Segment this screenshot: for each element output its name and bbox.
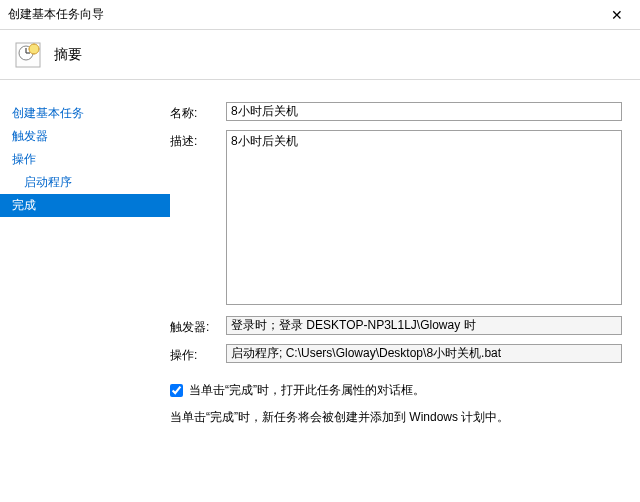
- sidebar-item-trigger[interactable]: 触发器: [0, 125, 170, 148]
- trigger-input: [226, 316, 622, 335]
- wizard-clock-icon: [14, 41, 42, 69]
- desc-input[interactable]: [226, 130, 622, 305]
- open-properties-checkbox[interactable]: [170, 384, 183, 397]
- desc-label: 描述:: [170, 130, 226, 308]
- sidebar-item-finish[interactable]: 完成: [0, 194, 170, 217]
- open-properties-row: 当单击“完成”时，打开此任务属性的对话框。: [170, 382, 622, 399]
- titlebar: 创建基本任务向导 ✕: [0, 0, 640, 30]
- wizard-body: 创建基本任务 触发器 操作 启动程序 完成 名称: 描述: 触发器: 操作:: [0, 80, 640, 502]
- row-action: 操作:: [170, 344, 622, 364]
- window-title: 创建基本任务向导: [8, 6, 594, 23]
- sidebar: 创建基本任务 触发器 操作 启动程序 完成: [0, 80, 170, 502]
- close-button[interactable]: ✕: [594, 0, 640, 30]
- main-panel: 名称: 描述: 触发器: 操作: 当单击“完成”时，打开此任务属性: [170, 80, 640, 502]
- sidebar-item-action[interactable]: 操作: [0, 148, 170, 171]
- footer-info: 当单击“完成”时，新任务将会被创建并添加到 Windows 计划中。: [170, 409, 622, 426]
- close-icon: ✕: [611, 7, 623, 23]
- sidebar-item-create-task[interactable]: 创建基本任务: [0, 102, 170, 125]
- action-label: 操作:: [170, 344, 226, 364]
- wizard-header: 摘要: [0, 30, 640, 80]
- open-properties-label: 当单击“完成”时，打开此任务属性的对话框。: [189, 382, 425, 399]
- row-name: 名称:: [170, 102, 622, 122]
- sidebar-item-start-program[interactable]: 启动程序: [0, 171, 170, 194]
- row-trigger: 触发器:: [170, 316, 622, 336]
- action-input: [226, 344, 622, 363]
- name-label: 名称:: [170, 102, 226, 122]
- page-title: 摘要: [54, 46, 82, 64]
- svg-point-4: [29, 44, 39, 54]
- name-input[interactable]: [226, 102, 622, 121]
- trigger-label: 触发器:: [170, 316, 226, 336]
- row-desc: 描述:: [170, 130, 622, 308]
